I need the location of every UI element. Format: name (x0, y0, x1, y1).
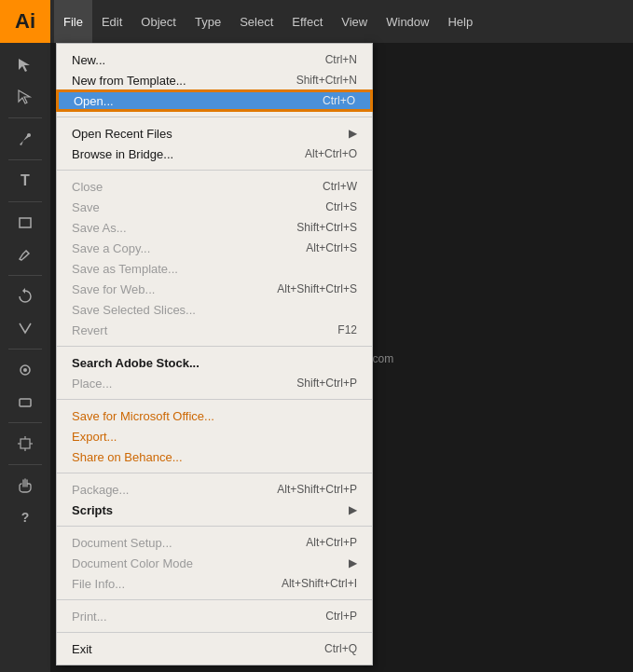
menu-item-document-setup[interactable]: Document Setup... Alt+Ctrl+P (57, 532, 372, 553)
menu-item-browse-bridge[interactable]: Browse in Bridge... Alt+Ctrl+O (57, 144, 372, 164)
divider-7 (57, 599, 372, 600)
divider-2 (57, 170, 372, 171)
menu-section-3: Close Ctrl+W Save Ctrl+S Save As... Shif… (57, 174, 372, 342)
menu-item-open-recent[interactable]: Open Recent Files ▶ (57, 123, 372, 144)
menu-section-1: New... Ctrl+N New from Template... Shift… (57, 48, 372, 113)
menu-item-export[interactable]: Export... (57, 426, 372, 446)
menu-item-share-behance[interactable]: Share on Behance... (57, 446, 372, 467)
menu-item-file-info[interactable]: File Info... Alt+Shift+Ctrl+I (57, 573, 372, 594)
menu-section-9: Exit Ctrl+Q (57, 637, 372, 661)
menu-item-save-for-web[interactable]: Save for Web... Alt+Shift+Ctrl+S (57, 279, 372, 299)
menu-item-search-adobe-stock[interactable]: Search Adobe Stock... (57, 352, 372, 373)
menu-item-new[interactable]: New... Ctrl+N (57, 49, 372, 70)
menu-item-save-copy[interactable]: Save a Copy... Alt+Ctrl+S (57, 238, 372, 258)
menu-section-2: Open Recent Files ▶ Browse in Bridge... … (57, 121, 372, 166)
menu-item-exit[interactable]: Exit Ctrl+Q (57, 638, 372, 659)
menu-section-5: Save for Microsoft Office... Export... S… (57, 404, 372, 469)
menu-item-scripts[interactable]: Scripts ▶ (57, 500, 372, 520)
divider-8 (57, 632, 372, 633)
menu-item-print[interactable]: Print... Ctrl+P (57, 606, 372, 626)
menu-item-save-microsoft-office[interactable]: Save for Microsoft Office... (57, 405, 372, 426)
menu-section-4: Search Adobe Stock... Place... Shift+Ctr… (57, 350, 372, 395)
divider-5 (57, 473, 372, 473)
divider-1 (57, 117, 372, 117)
menu-item-open[interactable]: Open... Ctrl+O (57, 90, 372, 111)
menu-item-revert[interactable]: Revert F12 (57, 320, 372, 340)
dropdown-overlay[interactable]: New... Ctrl+N New from Template... Shift… (0, 0, 633, 672)
menu-item-place[interactable]: Place... Shift+Ctrl+P (57, 373, 372, 393)
menu-item-save[interactable]: Save Ctrl+S (57, 197, 372, 217)
menu-item-save-selected-slices[interactable]: Save Selected Slices... (57, 299, 372, 320)
menu-item-package[interactable]: Package... Alt+Shift+Ctrl+P (57, 479, 372, 500)
menu-item-save-as[interactable]: Save As... Shift+Ctrl+S (57, 217, 372, 238)
divider-4 (57, 399, 372, 400)
menu-item-close[interactable]: Close Ctrl+W (57, 176, 372, 197)
menu-item-save-as-template[interactable]: Save as Template... (57, 258, 372, 279)
menu-item-new-from-template[interactable]: New from Template... Shift+Ctrl+N (57, 70, 372, 90)
divider-6 (57, 526, 372, 527)
menu-section-7: Document Setup... Alt+Ctrl+P Document Co… (57, 530, 372, 596)
menu-section-6: Package... Alt+Shift+Ctrl+P Scripts ▶ (57, 477, 372, 522)
divider-3 (57, 346, 372, 347)
menu-item-document-color-mode[interactable]: Document Color Mode ▶ (57, 553, 372, 573)
menu-section-8: Print... Ctrl+P (57, 604, 372, 628)
file-dropdown-menu: New... Ctrl+N New from Template... Shift… (56, 43, 373, 665)
